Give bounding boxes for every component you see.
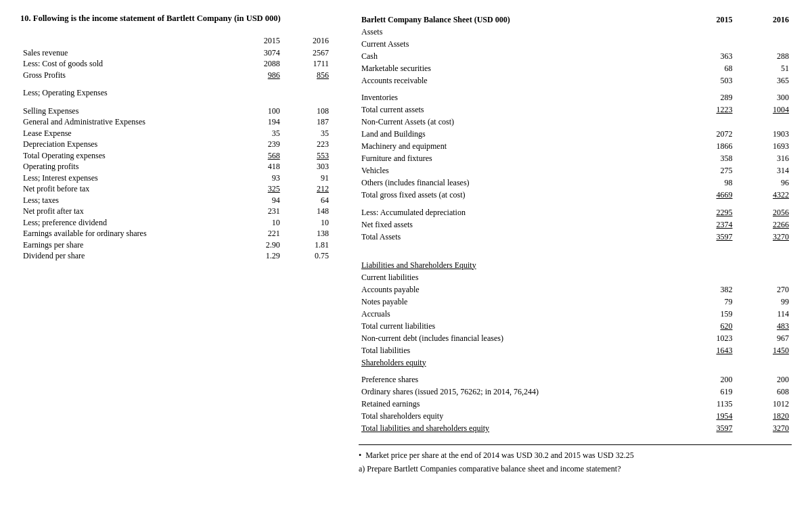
income-label: Earnings available for ordinary shares: [20, 229, 233, 240]
balance-row-label: Non-Current Assets (at cost): [359, 116, 679, 129]
income-val1: 100: [233, 99, 282, 118]
income-val1: 2.90: [233, 240, 282, 252]
balance-row-val2: 2266: [736, 218, 792, 231]
income-row: Less; Interest expenses9391: [20, 173, 332, 185]
balance-row: Ordinary shares (issued 2015, 76262; in …: [359, 386, 792, 398]
balance-row-val2: 608: [736, 386, 792, 398]
balance-row-label: Total current assets: [359, 104, 679, 116]
balance-row-label: Accruals: [359, 308, 679, 320]
balance-row-val1: 4669: [679, 189, 735, 202]
income-table: 2015 2016 Sales revenue30742567Less: Cos…: [20, 34, 332, 262]
income-label: Less; Operating Expenses: [20, 81, 233, 99]
income-row: Net profit before tax325212: [20, 184, 332, 195]
income-label: Net profit before tax: [20, 184, 233, 195]
balance-row-val1: 159: [679, 308, 735, 320]
income-label: Sales revenue: [20, 48, 233, 60]
income-row: Less: Cost of goods sold20881711: [20, 59, 332, 70]
balance-row: Cash363288: [359, 50, 792, 62]
balance-row-val1: 275: [679, 165, 735, 177]
income-val2: [283, 81, 332, 99]
income-row: Lease Expense3535: [20, 129, 332, 140]
balance-row-val1: 2072: [679, 129, 735, 141]
balance-row-val2: 114: [736, 308, 792, 320]
income-label: Earnings per share: [20, 240, 233, 252]
income-val1: 325: [233, 184, 282, 195]
balance-row-val2: 1693: [736, 141, 792, 153]
income-val1: 418: [233, 162, 282, 173]
income-row: Earnings per share2.901.81: [20, 240, 332, 252]
question-text: Following is the income statement of Bar…: [33, 14, 281, 23]
income-label-header: [20, 34, 233, 48]
income-label: Net profit after tax: [20, 206, 233, 218]
balance-row-val1: 289: [679, 92, 735, 104]
income-row: Less; preference dividend1010: [20, 218, 332, 229]
balance-row-val2: 99: [736, 296, 792, 308]
balance-row-val1: 3597: [679, 423, 735, 435]
balance-row-label: Ordinary shares (issued 2015, 76262; in …: [359, 386, 679, 398]
balance-row: Net fixed assets23742266: [359, 218, 792, 231]
balance-row-val2: [736, 254, 792, 272]
balance-row-label: Inventories: [359, 92, 679, 104]
balance-row-label: Liabilities and Shareholders Equity: [359, 254, 679, 272]
income-label: Depreciation Expenses: [20, 139, 233, 151]
balance-row: Vehicles275314: [359, 165, 792, 177]
balance-current-assets-label: Current Assets: [359, 38, 679, 50]
balance-row-label: Retained earnings: [359, 398, 679, 411]
balance-row-val2: 1004: [736, 104, 792, 116]
balance-row-val2: 288: [736, 50, 792, 62]
balance-row: Total gross fixed assets (at cost)466943…: [359, 189, 792, 202]
balance-row-label: Accounts payable: [359, 283, 679, 296]
balance-row-val1: 619: [679, 386, 735, 398]
income-val1: 2088: [233, 59, 282, 70]
income-val1: [233, 81, 282, 99]
income-row: Gross Profits986856: [20, 70, 332, 82]
balance-row-label: Less: Accumulated depreciation: [359, 206, 679, 218]
income-val2: 223: [283, 139, 332, 151]
balance-row: Shareholders equity: [359, 356, 792, 369]
footnote-area: • Market price per share at the end of 2…: [359, 444, 792, 474]
income-label: Less: Cost of goods sold: [20, 59, 233, 70]
balance-row: Accruals159114: [359, 308, 792, 320]
income-val2: 138: [283, 229, 332, 240]
income-row: General and Administrative Expenses19418…: [20, 117, 332, 129]
income-val2: 2567: [283, 48, 332, 60]
balance-current-assets-heading: Current Assets: [359, 38, 792, 50]
balance-row-val2: 314: [736, 165, 792, 177]
balance-row: Inventories289300: [359, 92, 792, 104]
income-val2: 187: [283, 117, 332, 129]
balance-row-label: Total shareholders equity: [359, 411, 679, 423]
income-label: Operating profits: [20, 162, 233, 173]
balance-row-label: Non-current debt (includes financial lea…: [359, 332, 679, 344]
balance-row: Total current liabilities620483: [359, 320, 792, 332]
income-label: Total Operating expenses: [20, 151, 233, 162]
balance-row-label: Notes payable: [359, 296, 679, 308]
balance-row: Marketable securities6851: [359, 62, 792, 74]
balance-row-val1: 98: [679, 177, 735, 189]
balance-spacer-row: [359, 87, 792, 92]
balance-row-label: Others (includes financial leases): [359, 177, 679, 189]
income-val1: 10: [233, 218, 282, 229]
balance-row-label: Current liabilities: [359, 271, 679, 283]
balance-row-val1: 1023: [679, 332, 735, 344]
balance-row-label: Total gross fixed assets (at cost): [359, 189, 679, 202]
balance-row-val2: 1450: [736, 344, 792, 356]
balance-row: Others (includes financial leases)9896: [359, 177, 792, 189]
income-val2: 856: [283, 70, 332, 82]
question-a: a) Prepare Bartlett Companies comparativ…: [359, 464, 792, 474]
balance-year1-header: 2015: [679, 14, 735, 26]
income-label: Less; Interest expenses: [20, 173, 233, 185]
income-val1: 194: [233, 117, 282, 129]
question-number: 10.: [20, 14, 31, 23]
balance-row-val1: [679, 271, 735, 283]
balance-row-val2: 2056: [736, 206, 792, 218]
income-val2: 10: [283, 218, 332, 229]
balance-row: Non-current debt (includes financial lea…: [359, 332, 792, 344]
question-title: 10. Following is the income statement of…: [20, 14, 332, 24]
income-row: Less; Operating Expenses: [20, 81, 332, 99]
right-section: Barlett Company Balance Sheet (USD 000) …: [359, 14, 792, 474]
balance-row-val2: [736, 271, 792, 283]
income-year2-header: 2016: [283, 34, 332, 48]
income-val2: 212: [283, 184, 332, 195]
income-val2: 91: [283, 173, 332, 185]
income-val1: 1.29: [233, 251, 282, 262]
